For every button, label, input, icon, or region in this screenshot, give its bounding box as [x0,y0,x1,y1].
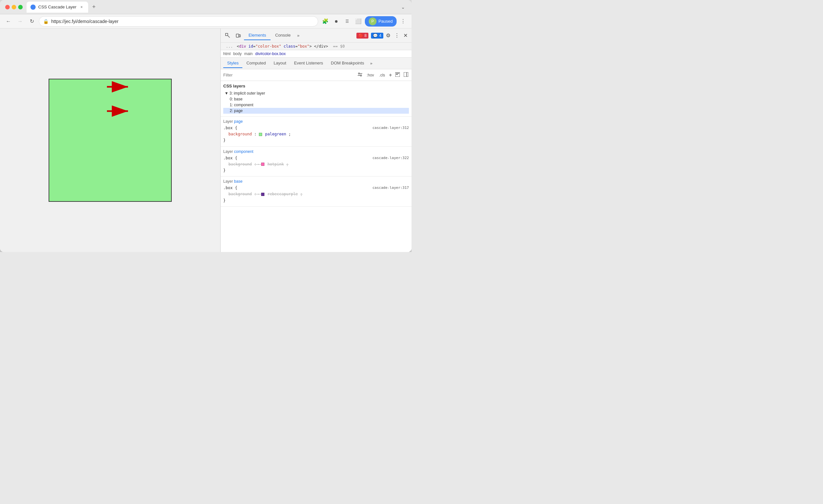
reload-button[interactable]: ↻ [27,17,36,26]
layer-page-link[interactable]: page [234,119,243,124]
css-layers-title: CSS layers [223,83,409,89]
filter-cls-tag[interactable]: .cls [378,72,386,78]
device-toggle-button[interactable] [233,31,243,40]
css-selector-3: .box [223,186,233,190]
css-property-bg[interactable]: background [228,132,252,136]
tab-close-button[interactable]: × [79,5,84,10]
dom-dots[interactable]: ... [223,44,235,48]
chrome-menu-button[interactable]: ⋮ [398,17,407,26]
color-swatch-palegreen[interactable] [259,132,265,136]
filter-hov-tag[interactable]: :hov [365,72,375,78]
paused-button[interactable]: P Paused [365,16,396,27]
tab-favicon [30,5,36,10]
back-button[interactable]: ← [4,17,13,26]
filter-input[interactable] [223,72,354,77]
styles-tab-event-listeners[interactable]: Event Listeners [290,59,327,68]
sidebar-button[interactable]: ⬜ [354,17,363,26]
layer-component-item[interactable]: 1: component [223,102,409,108]
color-swatch-icon-2[interactable] [261,163,265,166]
devtools-recorder-button[interactable]: ⏺ [332,17,341,26]
breadcrumb-current[interactable]: div#color-box.box [255,51,286,56]
css-value-palegreen: palegreen [265,132,286,136]
breadcrumb-nav: html body main div#color-box.box [221,50,412,58]
dom-element-row: ... <div id="color-box" class="box"> </d… [221,43,412,50]
file-ref-base[interactable]: cascade-layer:317 [372,185,409,191]
address-bar[interactable]: 🔒 [39,16,318,27]
layer-page-label-text: Layer page [223,119,409,124]
new-tab-button[interactable]: + [90,3,99,12]
file-ref-component[interactable]: cascade-layer:322 [372,155,409,161]
triangle-icon: ▼ [224,91,229,96]
filter-bar: :hov .cls + [221,69,412,81]
breadcrumb-html[interactable]: html [223,51,231,56]
extensions-button[interactable]: 🧩 [321,17,330,26]
filter-toggle-button[interactable] [357,71,363,78]
devtools-tab-elements[interactable]: Elements [244,31,271,40]
layer-component-link[interactable]: component [234,149,253,154]
error-count: 8 [364,33,367,38]
warning-icon: 💬 [373,33,378,38]
layer-base-item[interactable]: 0: base [223,96,409,102]
close-button[interactable] [5,5,10,9]
color-swatch-icon[interactable] [259,133,262,136]
layer-component-label: 1: component [230,103,254,107]
devtools-status: 🔴 8 💬 4 [356,33,383,38]
error-badge[interactable]: 🔴 8 [356,33,369,38]
styles-content: CSS layers ▼ 3: implicit outer layer 0: … [221,81,412,252]
browser-window: CSS Cascade Layer × + ⌄ ← → ↻ 🔒 🧩 ⏺ ☰ ⬜ … [0,0,412,252]
layer-outer-label: 3: implicit outer layer [229,91,265,96]
warning-count: 4 [379,33,381,38]
page-content [0,28,220,252]
css-property-bg-2[interactable]: background [228,162,252,166]
color-swatch-hotpink[interactable] [261,162,267,166]
layer-outer[interactable]: ▼ 3: implicit outer layer [223,91,409,96]
filter-new-style-button[interactable] [395,71,400,78]
filter-toggle-sidebar-button[interactable] [403,71,409,78]
active-tab[interactable]: CSS Cascade Layer × [27,2,88,13]
svg-rect-12 [396,73,399,73]
breadcrumb-body[interactable]: body [233,51,242,56]
styles-more-tabs[interactable]: » [368,59,374,67]
svg-rect-13 [396,74,398,75]
styles-tab-layout[interactable]: Layout [270,59,290,68]
rule-section-base: Layer base .box { cascade-layer:317 back… [221,177,412,207]
css-value-rebeccapurple: rebeccapurple [267,192,298,196]
maximize-button[interactable] [18,5,23,9]
devtools-tab-console[interactable]: Console [271,31,295,40]
color-swatch-rebeccapurple[interactable] [261,192,267,196]
error-icon: 🔴 [358,33,363,38]
color-swatch-icon-3[interactable] [261,193,265,196]
file-ref-page[interactable]: cascade-layer:312 [372,125,409,131]
devtools-toggle-button[interactable]: ☰ [343,17,352,26]
url-input[interactable] [51,19,314,24]
layer-base-link[interactable]: base [234,179,242,184]
layer-base-label-text: Layer base [223,179,409,184]
traffic-lights [5,5,23,9]
title-bar: CSS Cascade Layer × + ⌄ [0,0,412,14]
tab-title: CSS Cascade Layer [38,5,76,9]
breadcrumb-main[interactable]: main [244,51,253,56]
inspect-element-button[interactable] [223,31,232,40]
filter-add-button[interactable]: + [389,72,392,78]
css-property-bg-3[interactable]: background [228,192,252,196]
devtools-more-tabs[interactable]: » [295,32,301,39]
styles-tab-dom-breakpoints[interactable]: DOM Breakpoints [327,59,368,68]
warning-badge[interactable]: 💬 4 [371,33,383,38]
avatar: P [369,17,376,25]
layer-page-item[interactable]: 2: page [223,108,409,114]
devtools-tabs: Elements Console » [244,31,355,40]
minimize-button[interactable] [12,5,16,9]
forward-button[interactable]: → [16,17,25,26]
styles-tab-styles[interactable]: Styles [223,59,242,68]
devtools-settings-button[interactable]: ⚙ [384,31,392,40]
layer-label-text-3: Layer [223,179,234,184]
styles-tab-computed[interactable]: Computed [242,59,270,68]
svg-rect-14 [404,72,408,77]
tab-menu-button[interactable]: ⌄ [400,3,406,11]
css-selector: .box [223,126,233,130]
devtools-close-button[interactable]: ✕ [402,31,409,40]
rule-section-component: Layer component .box { cascade-layer:322… [221,147,412,177]
layer-component-label-text: Layer component [223,149,409,154]
devtools-options-button[interactable]: ⋮ [393,31,401,40]
svg-rect-5 [236,34,239,37]
